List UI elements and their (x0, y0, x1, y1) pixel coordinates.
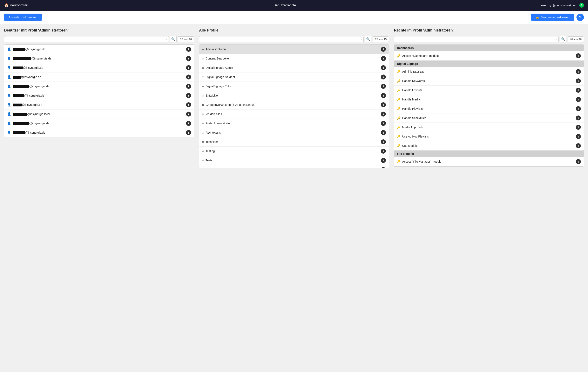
info-button[interactable]: i (381, 47, 386, 52)
info-button[interactable]: i (186, 65, 191, 70)
users-search-button[interactable]: 🔍 (170, 36, 177, 42)
profiles-search-bar: × 🔍 15 von 15 (199, 36, 389, 42)
list-item[interactable]: 👤@insynergie.de i (4, 128, 194, 137)
users-search-input[interactable] (4, 36, 169, 42)
info-button[interactable]: i (381, 93, 386, 98)
info-button[interactable]: i (381, 149, 386, 154)
info-button[interactable]: i (381, 84, 386, 89)
list-icon: ≡ (202, 103, 204, 107)
info-button[interactable]: i (381, 75, 386, 80)
info-button[interactable]: i (186, 102, 191, 107)
list-item[interactable]: ≡Ich darf alles i (199, 110, 389, 119)
info-button[interactable]: i (186, 56, 191, 61)
user-email: user_xyz@neuroomnet.com (541, 4, 577, 7)
profiles-search-button[interactable]: 🔍 (365, 36, 371, 42)
list-item[interactable]: 👤@insynergie.de i (4, 72, 194, 82)
rights-search-input[interactable] (394, 36, 558, 42)
rights-item-use-ad-hoc-playlists[interactable]: 🔑Use Ad Hoc Playlists i (394, 132, 584, 141)
list-item[interactable]: ≡Portal Administrator i (199, 119, 389, 128)
rights-item[interactable]: 🔑Administrator DS i (394, 67, 584, 76)
topnav: 🏠 neuroomNet Benutzerrechte user_xyz@neu… (0, 0, 588, 11)
key-icon: 🔑 (397, 98, 400, 101)
key-icon: 🔑 (397, 160, 400, 163)
user-icon: 👤 (7, 84, 11, 88)
rights-search-button[interactable]: 🔍 (560, 36, 566, 42)
list-item[interactable]: 👤@insynergie.de i (4, 91, 194, 100)
info-button[interactable]: i (186, 121, 191, 126)
list-item[interactable]: ≡Techniker i (199, 137, 389, 147)
info-button[interactable]: i (381, 158, 386, 163)
user-icon: 👤 (7, 121, 11, 125)
list-item[interactable]: 👤@insynergie.de i (4, 119, 194, 128)
list-item[interactable]: 👤@insynergie.local i (4, 110, 194, 119)
info-button[interactable]: i (576, 88, 581, 93)
info-button[interactable]: i (186, 130, 191, 135)
list-item[interactable]: 👤@insynergie.de i (4, 100, 194, 110)
list-item[interactable]: ≡Rechtetests i (199, 128, 389, 137)
list-item[interactable]: 👤@insynergie.de i (4, 63, 194, 72)
info-button[interactable]: i (576, 125, 581, 130)
info-button[interactable]: i (576, 79, 581, 83)
info-button[interactable]: i (186, 111, 191, 117)
list-item[interactable]: ≡DigitalSignage Tutor i (199, 82, 389, 91)
users-count: 18 von 18 (178, 36, 194, 42)
info-button[interactable]: i (381, 121, 386, 126)
info-button[interactable]: i (186, 47, 191, 52)
help-button[interactable]: ? (577, 14, 584, 21)
info-button[interactable]: i (576, 115, 581, 121)
info-button[interactable]: i (576, 134, 581, 139)
toolbar-right: 🔒 Bearbeitung aktivieren ? (531, 14, 584, 21)
list-item[interactable]: ≡Entwickler i (199, 91, 389, 100)
info-button[interactable]: i (381, 130, 386, 135)
info-button[interactable]: i (576, 106, 581, 111)
info-button[interactable]: i (576, 69, 581, 74)
info-button[interactable]: i (576, 159, 581, 164)
list-item[interactable]: ≡Tests i (199, 156, 389, 165)
profiles-search-clear[interactable]: × (361, 38, 362, 41)
rights-item[interactable]: 🔑Handle Keywords i (394, 76, 584, 86)
list-item[interactable]: 👤@insynergie.de i (4, 45, 194, 54)
notification-badge[interactable]: 1 (579, 3, 584, 8)
list-item[interactable]: 👤@insynergie.de i (4, 54, 194, 63)
rights-item[interactable]: 🔑Handle Scheldules i (394, 113, 584, 123)
info-button[interactable]: i (576, 97, 581, 102)
rights-section-filetransfer: File Transfer (394, 151, 584, 157)
rights-item-handle-layouts[interactable]: 🔑Handle Layouts i (394, 86, 584, 95)
info-button[interactable]: i (576, 53, 581, 58)
info-button[interactable]: i (186, 75, 191, 80)
rights-item[interactable]: 🔑Use Module i (394, 141, 584, 151)
profiles-search-input[interactable] (199, 36, 364, 42)
key-icon: 🔑 (397, 135, 400, 138)
rights-search-wrap: × (394, 36, 558, 42)
rights-item[interactable]: 🔑Media Approvals i (394, 123, 584, 132)
list-item[interactable]: ≡Testing i (199, 147, 389, 156)
info-button[interactable]: i (381, 102, 386, 107)
users-search-clear[interactable]: × (166, 38, 167, 41)
activate-button[interactable]: 🔒 Bearbeitung aktivieren (531, 14, 574, 21)
info-button[interactable]: i (381, 167, 386, 168)
info-button[interactable]: i (186, 84, 191, 89)
rights-item-handle-playlists[interactable]: 🔑Handle Playlists i (394, 104, 584, 113)
list-item[interactable]: 👤@insynergie.de i (4, 82, 194, 91)
info-button[interactable]: i (381, 56, 386, 61)
list-item[interactable]: ≡Gruppenverwaltung (& zZ auch Status) i (199, 100, 389, 110)
user-icon: 👤 (7, 103, 11, 107)
info-button[interactable]: i (576, 143, 581, 148)
user-icon: 👤 (7, 57, 11, 60)
list-item[interactable]: ≡Content Bearbeiten i (199, 54, 389, 63)
info-button[interactable]: i (381, 111, 386, 117)
reset-button[interactable]: Auswahl zurücksetzen (4, 14, 42, 21)
info-button[interactable]: i (186, 93, 191, 98)
rights-item[interactable]: 🔑Access "Dashboard" module i (394, 51, 584, 60)
rights-search-clear[interactable]: × (556, 38, 557, 41)
rights-item[interactable]: 🔑Access "File Manager" module i (394, 157, 584, 166)
list-item[interactable]: ≡Toolkit i (199, 165, 389, 168)
list-item[interactable]: ≡DigitalSignage Admin i (199, 63, 389, 72)
list-item[interactable]: ≡Administratoren i (199, 45, 389, 54)
profiles-heading: Alle Profile (199, 28, 389, 32)
list-item[interactable]: ≡DigitalSignage Student i (199, 72, 389, 82)
rights-search-bar: × 🔍 46 von 46 (394, 36, 584, 42)
rights-item[interactable]: 🔑Handle Media i (394, 95, 584, 104)
info-button[interactable]: i (381, 65, 386, 70)
info-button[interactable]: i (381, 139, 386, 144)
